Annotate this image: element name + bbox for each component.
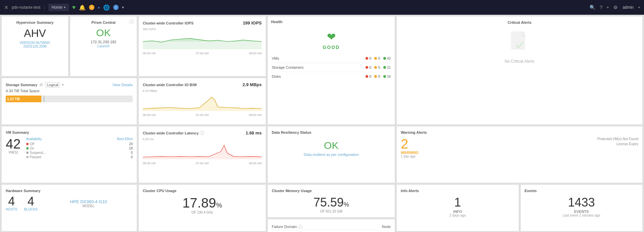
dashboard: Hypervisor Summary AHV VERSION NUTANIX 2… — [0, 15, 644, 232]
iops-title: Cluster-wide Controller IOPS — [143, 21, 194, 25]
iops-card: Cluster-wide Controller IOPS 199 IOPS 36… — [138, 16, 266, 76]
dot-off-icon — [26, 143, 29, 145]
help-latency-icon[interactable]: i — [200, 131, 204, 135]
svg-marker-3 — [143, 145, 262, 159]
events-count: 1433 — [525, 195, 639, 210]
model-col: HPE DX360-4 G10 MODEL — [44, 199, 133, 208]
view-details-link[interactable]: View Details — [113, 83, 133, 87]
hypervisor-name: AHV — [6, 27, 64, 40]
hosts-col: 4 HOSTS — [6, 195, 17, 211]
nav-right-icons: 🔍 ? ▾ ⚙ admin ▾ — [590, 5, 640, 10]
fault-tolerance-row: Fault Tolerance i 1 — [272, 230, 391, 232]
storage-header: Storage Summary ⚙ Logical ▾ View Details — [6, 82, 133, 88]
no-alerts-document-icon — [510, 31, 530, 56]
memory-unit: % — [344, 201, 349, 208]
cpu-value: 17.89 — [182, 195, 216, 210]
prism-status: OK — [74, 27, 133, 39]
iops-value: 199 IOPS — [243, 20, 262, 25]
storage-bar-container: 1.23 TiB — [6, 96, 133, 102]
vm-stats-row: 42 VM(S) Availability Best Effort Off 24 — [6, 137, 133, 159]
prism-central-card: Prism Central i OK 172.31.230.182 Launch — [70, 16, 137, 76]
cpu-card: Cluster CPU Usage 17.89% OF 230.4 GHz — [138, 184, 266, 231]
hypervisor-version2: 20201105.2096 — [6, 45, 64, 48]
info-time: 2 days ago — [401, 214, 515, 217]
user-label[interactable]: admin — [622, 5, 634, 10]
cpu-title: Cluster CPU Usage — [143, 189, 262, 193]
health-center: ❤ GOOD — [271, 26, 391, 54]
hypervisor-title: Hypervisor Summary — [6, 20, 64, 24]
home-tab[interactable]: Home ▾ — [48, 4, 69, 11]
mem-failure-wrapper: Cluster Memory Usage 75.59% OF 501.33 Gi… — [267, 184, 395, 231]
iops-max: 365 IOPS — [143, 27, 262, 31]
blocks-label: BLOCKS — [24, 208, 38, 211]
prism-launch-link[interactable]: Launch — [74, 44, 133, 48]
memory-card: Cluster Memory Usage 75.59% OF 501.33 Gi… — [267, 184, 395, 218]
gear-settings-icon[interactable]: ⚙ — [39, 82, 43, 87]
help-icon[interactable]: ? — [600, 5, 603, 10]
health-card: Health ❤ GOOD VMs 0 0 42 Storage Contain… — [267, 16, 395, 125]
vm-count: 42 — [6, 137, 21, 151]
search-icon[interactable]: 🔍 — [590, 5, 595, 10]
globe-icon[interactable]: 🌐 — [103, 4, 110, 11]
iops-header: Cluster-wide Controller IOPS 199 IOPS — [143, 20, 262, 25]
bell-icon[interactable]: 🔔 — [79, 4, 86, 11]
storage-bar-marker — [44, 96, 44, 102]
warning-alerts-card: Warning Alerts 2 WARNING 1 day ago Prote… — [396, 126, 643, 183]
no-critical-alerts-text: No Critical Alerts — [401, 59, 638, 64]
model-name: HPE DX360-4 G10 — [44, 199, 133, 204]
chevron-storage-icon[interactable]: ▾ — [62, 83, 64, 86]
latency-header: Cluster-wide Controller Latency i 1.68 m… — [143, 130, 262, 135]
health-heart-icon: ❤ — [271, 31, 391, 43]
warning-status: WARNING — [401, 151, 419, 155]
dot-disks-orange — [374, 75, 377, 78]
warning-item1: Protected VM(s) Not Found — [597, 137, 638, 141]
settings-icon[interactable]: ⚙ — [613, 5, 618, 10]
health-title: Health — [271, 20, 391, 24]
events-time: Last event 2 minutes ago — [525, 214, 639, 217]
events-label: EVENTS — [525, 210, 639, 214]
warning-title: Warning Alerts — [401, 130, 638, 134]
dot-disks-green — [383, 75, 386, 78]
warning-time: 1 day ago — [401, 155, 419, 158]
info-label: INFO — [401, 210, 515, 214]
dot-vms-orange — [374, 57, 377, 60]
info-count: 1 — [401, 195, 515, 210]
health-icon: ♥ — [72, 4, 76, 11]
hardware-summary-card: Hardware Summary 4 HOSTS 4 BLOCKS HPE DX… — [1, 184, 137, 231]
dot-vms-green — [383, 57, 386, 60]
close-icon[interactable]: ✕ — [4, 4, 8, 11]
vm-row-on: On 18 — [26, 147, 133, 150]
vms-red-count: 0 — [369, 57, 371, 60]
vm-row-paused: Paused 0 — [26, 155, 133, 159]
health-storage-label: Storage Containers — [271, 63, 338, 72]
latency-title: Cluster-wide Controller Latency — [143, 131, 199, 135]
storage-green-count: 21 — [387, 66, 391, 69]
iobw-title: Cluster-wide Controller IO B/W — [143, 83, 197, 87]
svg-marker-2 — [143, 97, 262, 111]
label-on: On — [30, 147, 34, 150]
vm-avail-header: Availability Best Effort — [26, 137, 133, 141]
health-row-storage: Storage Containers 0 0 21 — [271, 63, 391, 72]
cpu-sub: OF 230.4 GHz — [143, 211, 262, 214]
failure-domain-label: Failure Domain — [272, 225, 297, 229]
critical-alerts-title: Critical Alerts — [401, 20, 638, 24]
storage-summary-card: Storage Summary ⚙ Logical ▾ View Details… — [1, 78, 137, 125]
vms-green-count: 42 — [387, 57, 391, 60]
storage-title-row: Storage Summary ⚙ Logical ▾ — [6, 82, 64, 88]
resiliency-card: Data Resiliency Status OK Data resilient… — [267, 126, 395, 183]
cpu-value-row: 17.89% — [143, 195, 262, 211]
help-circle-icon[interactable]: i — [129, 19, 134, 24]
dot-suspend-icon — [26, 152, 29, 154]
vm-details-col: Availability Best Effort Off 24 On 18 — [26, 137, 133, 159]
nav-dropdown-icon[interactable]: ▾ — [122, 5, 124, 10]
hosts-count: 4 — [6, 195, 17, 208]
help-failure-icon[interactable]: i — [298, 225, 302, 229]
warning-item2: License Expiry — [597, 142, 638, 146]
resiliency-title: Data Resiliency Status — [272, 130, 391, 134]
alert-badge: 2 — [89, 5, 94, 10]
blocks-count: 4 — [24, 195, 38, 208]
hosts-label: HOSTS — [6, 208, 17, 211]
events-title: Events — [525, 189, 639, 193]
memory-value-row: 75.59% — [272, 195, 391, 210]
vm-count-col: 42 VM(S) — [6, 137, 21, 154]
